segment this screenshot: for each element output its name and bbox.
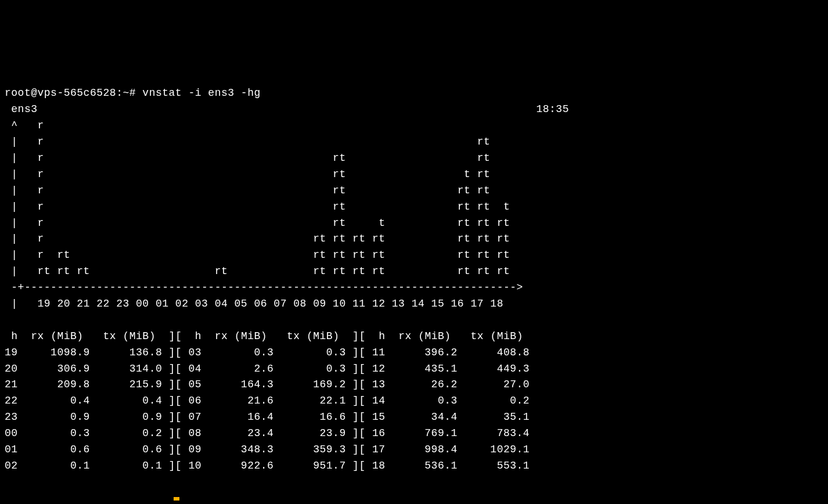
chart-row: | r rt t rt [5, 168, 490, 180]
col-sep: ][ [169, 330, 182, 342]
col-h: h [11, 330, 17, 342]
chart-row: | r rt rt rt rt rt rt rt [5, 233, 510, 244]
col-rx: rx (MiB) [215, 330, 267, 342]
col-rx: rx (MiB) [31, 330, 83, 342]
chart-row: | r rt rt rt t [5, 201, 510, 213]
chart-hours: | 19 20 21 22 23 00 01 02 03 04 05 06 07… [5, 298, 503, 309]
col-h: h [195, 330, 201, 342]
terminal-output: root@vps-565c6528:~# vnstat -i ens3 -hg … [5, 70, 823, 474]
col-tx: tx (MiB) [287, 330, 339, 342]
cursor [174, 497, 179, 501]
chart-row: ^ r [5, 120, 44, 131]
chart-row: | r rt t rt rt rt [5, 217, 510, 229]
header-line: ens3 18:35 [5, 103, 569, 115]
chart-row: | r rt rt [5, 152, 490, 164]
col-tx: tx (MiB) [471, 330, 523, 342]
chart-axis: -+--------------------------------------… [5, 282, 523, 293]
table-header-row: h rx (MiB) tx (MiB) ][ h rx (MiB) tx (Mi… [5, 330, 523, 342]
col-tx: tx (MiB) [103, 330, 156, 342]
chart-row: | rt rt rt rt rt rt rt rt rt rt rt [5, 265, 510, 277]
col-h: h [379, 330, 385, 342]
shell-prompt[interactable]: root@vps-565c6528:~# vnstat -i ens3 -hg [5, 87, 261, 99]
interface-name: ens3 [11, 103, 37, 115]
chart-row: | r rt [5, 136, 490, 147]
current-time: 18:35 [536, 103, 569, 115]
table-body: 19 1098.9 136.8 ][ 03 0.3 0.3 ][ 11 396.… [5, 345, 823, 474]
col-sep: ][ [352, 330, 366, 342]
col-rx: rx (MiB) [398, 330, 451, 342]
chart-row: | r rt rt rt [5, 185, 490, 196]
chart-row: | r rt rt rt rt rt rt rt rt [5, 249, 510, 261]
